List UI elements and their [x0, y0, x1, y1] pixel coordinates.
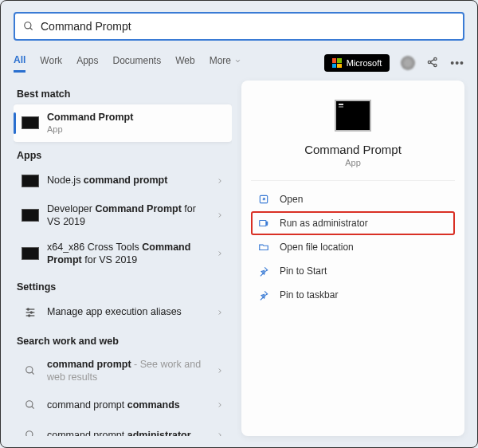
more-options-icon[interactable]: ••• [450, 57, 464, 69]
cmd-icon [22, 209, 39, 222]
tab-documents[interactable]: Documents [112, 54, 161, 73]
chevron-right-icon [216, 367, 224, 375]
action-label: Pin to taskbar [280, 289, 338, 301]
svg-rect-20 [260, 221, 266, 226]
search-icon [22, 426, 39, 436]
search-icon [22, 396, 39, 414]
action-open[interactable]: Open [251, 187, 455, 211]
search-icon [22, 362, 39, 379]
svg-point-17 [26, 431, 33, 436]
search-icon [23, 21, 34, 32]
action-open-file-location[interactable]: Open file location [251, 235, 455, 259]
action-label: Pin to Start [280, 265, 327, 277]
open-icon [257, 193, 270, 206]
preview-app-icon [335, 100, 371, 132]
folder-icon [257, 241, 270, 253]
result-web-2[interactable]: command prompt administrator [14, 420, 232, 436]
tab-more[interactable]: More [210, 54, 241, 73]
microsoft-label: Microsoft [347, 58, 382, 68]
pin-icon [257, 265, 270, 277]
section-web: Search work and web [17, 336, 232, 347]
svg-point-15 [26, 401, 33, 407]
list-settings-icon [22, 304, 39, 321]
svg-line-16 [32, 407, 34, 409]
pin-icon [257, 289, 270, 301]
chevron-right-icon [216, 308, 224, 316]
cmd-icon [22, 247, 39, 260]
action-run-as-admin[interactable]: Run as administrator [251, 211, 455, 235]
svg-line-1 [30, 28, 33, 30]
result-title: Command Prompt [47, 111, 224, 124]
microsoft-logo-icon [332, 58, 342, 68]
chevron-right-icon [216, 177, 224, 185]
search-bar[interactable] [14, 12, 464, 41]
svg-point-12 [29, 315, 30, 316]
search-input[interactable] [41, 20, 455, 33]
action-list: Open Run as administrator Open file loca… [251, 187, 455, 307]
user-avatar[interactable] [401, 56, 415, 70]
result-app-2[interactable]: x64_x86 Cross Tools Command Prompt for V… [14, 234, 232, 273]
result-setting-0[interactable]: Manage app execution aliases [14, 297, 232, 328]
result-web-1[interactable]: command prompt commands [14, 390, 232, 420]
result-subtitle: App [47, 124, 224, 135]
tab-apps[interactable]: Apps [76, 54, 98, 73]
filter-tabs-row: All Work Apps Documents Web More Microso… [14, 52, 464, 74]
chevron-right-icon [216, 250, 224, 257]
action-label: Run as administrator [280, 218, 368, 229]
chevron-right-icon [216, 211, 224, 219]
chevron-down-icon [234, 57, 241, 65]
share-icon[interactable] [426, 56, 439, 71]
action-pin-to-taskbar[interactable]: Pin to taskbar [251, 283, 455, 307]
preview-panel: Command Prompt App Open Run as administr… [241, 81, 464, 436]
svg-line-5 [431, 59, 435, 61]
svg-line-14 [32, 372, 34, 375]
results-list: Best match Command Prompt App Apps Node.… [14, 81, 232, 436]
divider [251, 180, 455, 181]
result-best-match[interactable]: Command Prompt App [14, 104, 232, 142]
svg-point-11 [30, 312, 32, 313]
result-app-1[interactable]: Developer Command Prompt for VS 2019 [14, 196, 232, 235]
section-apps: Apps [17, 150, 232, 161]
chevron-right-icon [216, 431, 224, 436]
svg-point-0 [25, 22, 31, 29]
admin-shield-icon [257, 217, 270, 230]
cmd-icon [22, 116, 39, 129]
tab-web[interactable]: Web [175, 54, 194, 73]
chevron-right-icon [216, 401, 224, 409]
preview-title: Command Prompt [304, 143, 402, 156]
preview-subtitle: App [345, 158, 361, 167]
action-pin-to-start[interactable]: Pin to Start [251, 259, 455, 283]
result-web-0[interactable]: command prompt - See work and web result… [14, 352, 232, 391]
svg-point-10 [27, 308, 29, 310]
tab-work[interactable]: Work [40, 54, 62, 73]
tab-all[interactable]: All [14, 54, 25, 73]
microsoft-badge[interactable]: Microsoft [324, 54, 390, 72]
svg-point-13 [26, 367, 33, 373]
action-label: Open file location [280, 242, 354, 253]
section-best-match: Best match [17, 88, 232, 100]
start-search-window: All Work Apps Documents Web More Microso… [0, 0, 478, 448]
section-settings: Settings [17, 281, 232, 293]
svg-line-6 [431, 62, 435, 65]
action-label: Open [280, 194, 303, 205]
cmd-icon [22, 175, 39, 187]
result-app-0[interactable]: Node.js command prompt [14, 166, 232, 196]
